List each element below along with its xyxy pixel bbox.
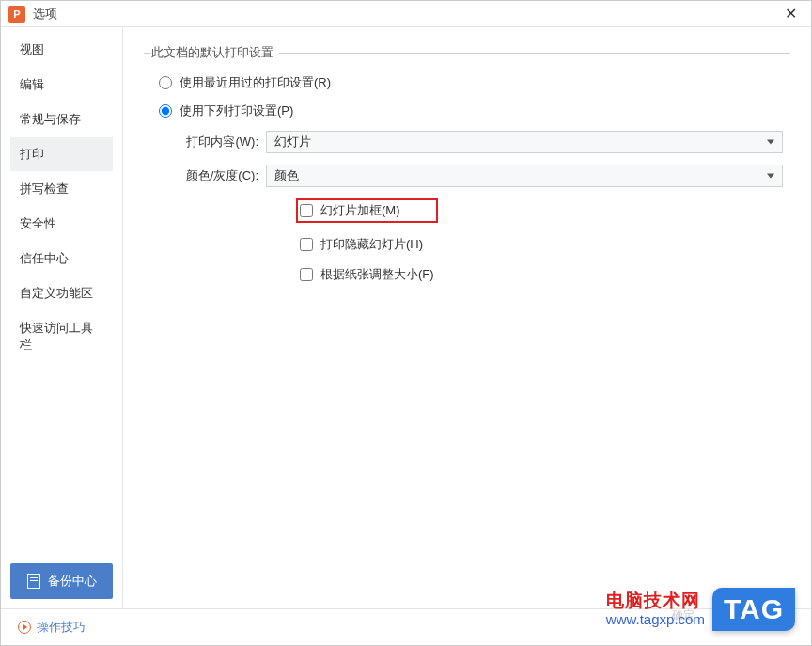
app-icon xyxy=(8,6,25,23)
check-scale-to-paper-label[interactable]: 根据纸张调整大小(F) xyxy=(320,266,434,283)
tips-label: 操作技巧 xyxy=(37,619,86,636)
sidebar-item-label: 编辑 xyxy=(20,77,44,91)
sidebar-item-label: 安全性 xyxy=(20,216,56,230)
check-slide-frame-label[interactable]: 幻灯片加框(M) xyxy=(320,202,400,219)
sidebar-item-trust-center[interactable]: 信任中心 xyxy=(10,242,113,276)
sidebar-item-customize-ribbon[interactable]: 自定义功能区 xyxy=(10,276,113,310)
sidebar-item-quick-access[interactable]: 快速访问工具栏 xyxy=(10,311,113,362)
sidebar-item-view[interactable]: 视图 xyxy=(10,33,113,67)
check-slide-frame[interactable] xyxy=(300,204,313,217)
sidebar-item-label: 常规与保存 xyxy=(20,112,81,126)
radio-recent-label[interactable]: 使用最近用过的打印设置(R) xyxy=(180,74,331,91)
radio-below-settings[interactable] xyxy=(159,104,172,118)
backup-label: 备份中心 xyxy=(48,573,97,590)
titlebar: 选项 ✕ xyxy=(1,1,811,27)
radio-below-label[interactable]: 使用下列打印设置(P) xyxy=(180,102,293,119)
chevron-down-icon xyxy=(767,174,774,179)
color-grayscale-value: 颜色 xyxy=(274,167,299,184)
print-content-label: 打印内容(W): xyxy=(185,134,258,150)
sidebar-item-label: 快速访问工具栏 xyxy=(20,321,93,352)
sidebar-item-label: 拼写检查 xyxy=(20,181,69,196)
ok-button-ghost: 确定 xyxy=(672,607,695,623)
color-grayscale-label: 颜色/灰度(C): xyxy=(185,167,258,184)
check-scale-to-paper[interactable] xyxy=(300,268,313,281)
color-grayscale-select[interactable]: 颜色 xyxy=(266,165,783,187)
sidebar-item-label: 信任中心 xyxy=(20,251,69,265)
tips-link[interactable]: 操作技巧 xyxy=(18,619,86,636)
group-title: 此文档的默认打印设置 xyxy=(151,44,279,61)
print-content-select[interactable]: 幻灯片 xyxy=(266,131,783,153)
check-print-hidden[interactable] xyxy=(300,238,313,251)
sidebar-item-label: 自定义功能区 xyxy=(20,286,93,300)
backup-center-button[interactable]: 备份中心 xyxy=(10,563,113,599)
check-frame-highlight: 幻灯片加框(M) xyxy=(296,198,438,223)
content-panel: 此文档的默认打印设置 使用最近用过的打印设置(R) 使用下列打印设置(P) 打印… xyxy=(123,27,811,608)
sidebar-item-print[interactable]: 打印 xyxy=(10,137,113,171)
radio-recent-settings[interactable] xyxy=(159,76,172,89)
sidebar-item-label: 视图 xyxy=(20,42,44,56)
sidebar-item-spellcheck[interactable]: 拼写检查 xyxy=(10,172,113,206)
sidebar-item-edit[interactable]: 编辑 xyxy=(10,68,113,102)
print-content-value: 幻灯片 xyxy=(274,134,311,150)
close-button[interactable]: ✕ xyxy=(777,3,804,25)
sidebar-item-label: 打印 xyxy=(20,147,44,161)
sidebar-item-general-save[interactable]: 常规与保存 xyxy=(10,102,113,136)
window-title: 选项 xyxy=(33,6,777,23)
sidebar-item-security[interactable]: 安全性 xyxy=(10,207,113,241)
chevron-down-icon xyxy=(767,140,774,145)
print-settings-group: 此文档的默认打印设置 使用最近用过的打印设置(R) 使用下列打印设置(P) 打印… xyxy=(144,44,790,304)
sidebar: 视图 编辑 常规与保存 打印 拼写检查 安全性 信任中心 自定义功能区 快速访问… xyxy=(1,27,123,608)
play-icon xyxy=(18,621,31,634)
document-icon xyxy=(27,574,40,589)
check-print-hidden-label[interactable]: 打印隐藏幻灯片(H) xyxy=(320,236,423,253)
